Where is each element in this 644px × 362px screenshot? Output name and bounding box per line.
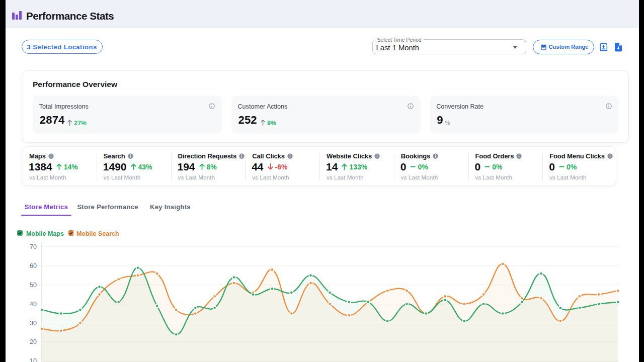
svg-text:70: 70 [30,243,37,250]
svg-text:10: 10 [30,357,37,362]
svg-text:60: 60 [30,262,37,269]
svg-text:30: 30 [30,320,37,327]
svg-text:40: 40 [30,301,37,308]
svg-text:20: 20 [30,338,37,345]
svg-text:50: 50 [30,282,37,289]
